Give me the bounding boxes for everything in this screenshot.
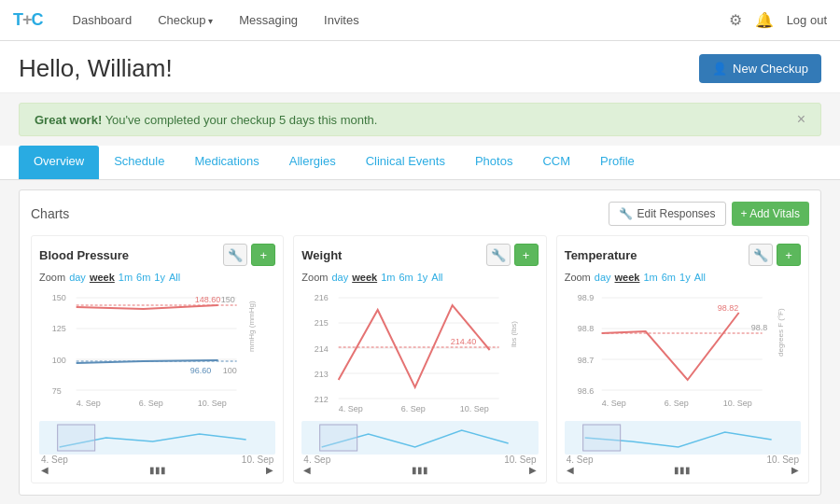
temperature-settings-button[interactable]: 🔧	[749, 244, 773, 266]
edit-responses-button[interactable]: 🔧 Edit Responses	[609, 202, 725, 226]
weight-buttons: 🔧 +	[486, 244, 539, 266]
svg-text:degrees F (°F): degrees F (°F)	[776, 308, 784, 357]
svg-text:4. Sep: 4. Sep	[339, 404, 363, 413]
scroll-left-w[interactable]: ◀	[303, 465, 311, 475]
svg-rect-35	[320, 425, 357, 451]
new-checkup-button[interactable]: 👤 New Checkup	[699, 54, 821, 83]
nav-links: Dashboard Checkup Messaging Invites	[62, 7, 729, 33]
svg-text:10. Sep: 10. Sep	[198, 399, 227, 408]
zoom-6m-bp[interactable]: 6m	[136, 272, 150, 283]
settings-icon[interactable]: ⚙	[729, 11, 742, 29]
blood-pressure-scroll[interactable]: ◀ ▮▮▮ ▶	[39, 465, 275, 475]
person-icon: 👤	[712, 62, 727, 76]
temperature-title: Temperature	[565, 248, 637, 262]
zoom-all-w[interactable]: All	[431, 272, 442, 283]
temperature-add-button[interactable]: +	[777, 244, 801, 266]
blood-pressure-title: Blood Pressure	[39, 248, 129, 262]
svg-text:98.9: 98.9	[577, 293, 594, 302]
blood-pressure-mini	[39, 421, 275, 455]
brand-logo[interactable]: T+C	[13, 10, 43, 30]
zoom-1m-bp[interactable]: 1m	[119, 272, 133, 283]
blood-pressure-settings-button[interactable]: 🔧	[223, 244, 247, 266]
weight-zoom: Zoom day week 1m 6m 1y All	[301, 272, 538, 283]
scroll-bar-w[interactable]: ▮▮▮	[412, 465, 428, 475]
weight-svg: 216 215 214 213 212 lbs (lbs) 4. Sep 6. …	[301, 287, 538, 417]
svg-text:6. Sep: 6. Sep	[139, 399, 163, 408]
weight-mini	[301, 421, 538, 455]
scroll-right-t[interactable]: ▶	[791, 465, 799, 475]
tab-photos[interactable]: Photos	[460, 146, 527, 179]
tab-clinical-events[interactable]: Clinical Events	[351, 146, 460, 179]
logout-button[interactable]: Log out	[787, 13, 827, 27]
scroll-left-bp[interactable]: ◀	[41, 465, 49, 475]
svg-text:10. Sep: 10. Sep	[722, 399, 751, 408]
blood-pressure-add-button[interactable]: +	[251, 244, 275, 266]
tab-medications[interactable]: Medications	[179, 146, 273, 179]
weight-scroll[interactable]: ◀ ▮▮▮ ▶	[301, 465, 538, 475]
tab-ccm[interactable]: CCM	[527, 146, 585, 179]
scroll-right-bp[interactable]: ▶	[266, 465, 273, 475]
alert-message: You've completed your checkup 5 days thi…	[105, 113, 378, 127]
scroll-bar-bp[interactable]: ▮▮▮	[149, 465, 166, 475]
svg-text:148.60: 148.60	[195, 295, 221, 304]
tab-allergies[interactable]: Allergies	[274, 146, 351, 179]
charts-grid: Blood Pressure 🔧 + Zoom day week 1m 6m 1…	[31, 235, 809, 483]
add-vitals-button[interactable]: + Add Vitals	[732, 202, 810, 226]
scroll-left-t[interactable]: ◀	[567, 465, 574, 475]
nav-messaging[interactable]: Messaging	[228, 7, 309, 33]
page-title: Hello, William!	[19, 54, 173, 83]
zoom-day-bp[interactable]: day	[69, 272, 86, 283]
zoom-week-bp[interactable]: week	[90, 272, 115, 283]
svg-text:4. Sep: 4. Sep	[601, 399, 625, 408]
zoom-week-t[interactable]: week	[615, 272, 640, 283]
weight-title: Weight	[301, 248, 342, 262]
nav-dashboard[interactable]: Dashboard	[62, 7, 144, 33]
charts-header: Charts 🔧 Edit Responses + Add Vitals	[31, 202, 809, 226]
svg-text:98.8: 98.8	[750, 323, 767, 332]
svg-text:150: 150	[221, 295, 235, 304]
tab-schedule[interactable]: Schedule	[99, 146, 179, 179]
zoom-week-w[interactable]: week	[352, 272, 377, 283]
svg-text:98.7: 98.7	[577, 356, 594, 365]
scroll-right-w[interactable]: ▶	[529, 465, 537, 475]
svg-text:98.82: 98.82	[717, 303, 738, 313]
alert-close-button[interactable]: ×	[797, 111, 805, 128]
svg-text:216: 216	[315, 293, 329, 302]
nav-invites[interactable]: Invites	[313, 7, 371, 33]
svg-text:214.40: 214.40	[451, 337, 477, 346]
notification-icon[interactable]: 🔔	[755, 11, 774, 29]
zoom-1y-bp[interactable]: 1y	[154, 272, 165, 283]
svg-text:214: 214	[315, 344, 329, 354]
svg-rect-18	[58, 425, 95, 451]
wrench-icon: 🔧	[619, 207, 633, 220]
tab-profile[interactable]: Profile	[585, 146, 650, 179]
weight-mini-labels: 4. Sep 10. Sep	[301, 455, 538, 465]
header-area: Hello, William! 👤 New Checkup	[0, 41, 840, 93]
zoom-1y-w[interactable]: 1y	[417, 272, 428, 283]
zoom-1y-t[interactable]: 1y	[679, 272, 691, 283]
zoom-6m-w[interactable]: 6m	[399, 272, 413, 283]
svg-text:125: 125	[52, 324, 66, 333]
zoom-day-w[interactable]: day	[331, 272, 348, 283]
blood-pressure-card: Blood Pressure 🔧 + Zoom day week 1m 6m 1…	[31, 235, 284, 483]
svg-text:mmHg (mmHg): mmHg (mmHg)	[247, 301, 256, 352]
nav-checkup[interactable]: Checkup	[147, 7, 224, 33]
zoom-all-t[interactable]: All	[694, 272, 706, 283]
zoom-day-t[interactable]: day	[595, 272, 611, 283]
zoom-1m-w[interactable]: 1m	[381, 272, 395, 283]
blood-pressure-header: Blood Pressure 🔧 +	[39, 244, 275, 266]
zoom-all-bp[interactable]: All	[169, 272, 180, 283]
navbar-right: ⚙ 🔔 Log out	[729, 11, 827, 29]
weight-add-button[interactable]: +	[514, 244, 539, 266]
zoom-6m-t[interactable]: 6m	[662, 272, 676, 283]
weight-settings-button[interactable]: 🔧	[486, 244, 511, 266]
scroll-bar-t[interactable]: ▮▮▮	[674, 465, 691, 475]
blood-pressure-zoom: Zoom day week 1m 6m 1y All	[39, 272, 275, 283]
tab-overview[interactable]: Overview	[19, 146, 99, 179]
svg-text:213: 213	[315, 370, 329, 379]
charts-actions: 🔧 Edit Responses + Add Vitals	[609, 202, 809, 226]
svg-text:10. Sep: 10. Sep	[460, 404, 489, 413]
zoom-1m-t[interactable]: 1m	[643, 272, 657, 283]
temperature-scroll[interactable]: ◀ ▮▮▮ ▶	[565, 465, 801, 475]
svg-text:98.8: 98.8	[577, 324, 594, 333]
